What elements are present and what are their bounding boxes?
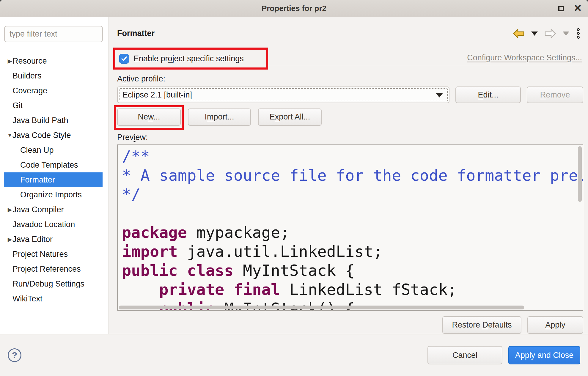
configure-workspace-settings-link[interactable]: Configure Workspace Settings... — [467, 53, 582, 62]
checkmark-icon — [120, 55, 128, 62]
code-line: */ — [122, 185, 583, 204]
tree-expanded-arrow-icon[interactable]: ▼ — [6, 132, 14, 139]
active-profile-select[interactable]: Eclipse 2.1 [built-in] — [117, 86, 449, 103]
code-line: public class MyIntStack { — [122, 261, 583, 280]
new-button[interactable]: New... — [117, 108, 181, 126]
back-button[interactable] — [512, 28, 525, 39]
sidebar-item-label: Javadoc Location — [12, 220, 75, 229]
window-controls: × — [558, 0, 581, 17]
annotation-rectangle-new: New... — [117, 108, 181, 126]
chevron-down-icon — [531, 32, 538, 36]
scrollbar-thumb[interactable] — [578, 146, 582, 202]
enable-project-settings-checkbox[interactable] — [119, 54, 129, 64]
tree-collapsed-arrow-icon[interactable]: ▶ — [6, 236, 14, 243]
sidebar: ▶ResourceBuildersCoverageGitJava Build P… — [0, 17, 109, 334]
preview-horizontal-scrollbar[interactable] — [119, 306, 574, 309]
sidebar-item-label: Java Build Path — [12, 116, 68, 125]
sidebar-item-resource[interactable]: ▶Resource — [0, 54, 109, 68]
sidebar-item-label: Formatter — [20, 175, 55, 185]
forward-history-button[interactable] — [562, 31, 570, 36]
sidebar-item-organize-imports[interactable]: Organize Imports — [0, 187, 109, 202]
dialog-body: ▶ResourceBuildersCoverageGitJava Build P… — [0, 17, 588, 334]
sidebar-item-code-templates[interactable]: Code Templates — [0, 158, 109, 172]
back-history-button[interactable] — [531, 31, 538, 36]
restore-defaults-button[interactable]: Restore Defaults — [442, 316, 521, 334]
sidebar-item-label: Run/Debug Settings — [12, 279, 84, 289]
sidebar-item-wikitext[interactable]: WikiText — [0, 291, 109, 306]
project-settings-row: Enable project specific settings Configu… — [117, 49, 583, 66]
close-icon: × — [574, 2, 581, 14]
titlebar[interactable]: Properties for pr2 × — [0, 0, 588, 17]
sidebar-item-label: Git — [12, 101, 23, 110]
tree-collapsed-arrow-icon[interactable]: ▶ — [6, 58, 14, 64]
chevron-down-icon — [563, 32, 569, 36]
help-button[interactable]: ? — [8, 348, 21, 362]
sidebar-item-coverage[interactable]: Coverage — [0, 83, 109, 98]
back-arrow-icon — [513, 29, 525, 39]
sidebar-item-label: Coverage — [12, 86, 47, 95]
sidebar-item-label: Java Compiler — [12, 205, 64, 214]
cancel-button[interactable]: Cancel — [427, 346, 502, 364]
sidebar-item-git[interactable]: Git — [0, 98, 109, 113]
annotation-rectangle-checkbox: Enable project specific settings — [113, 48, 268, 70]
code-preview: /*** A sample source file for the code f… — [117, 144, 583, 311]
sidebar-item-formatter[interactable]: Formatter — [4, 172, 103, 187]
sidebar-item-java-build-path[interactable]: Java Build Path — [0, 113, 109, 128]
sidebar-item-label: Clean Up — [20, 146, 54, 155]
sidebar-item-label: Organize Imports — [20, 190, 82, 199]
apply-and-close-button[interactable]: Apply and Close — [508, 346, 580, 364]
sidebar-item-project-natures[interactable]: Project Natures — [0, 247, 109, 262]
apply-button[interactable]: Apply — [527, 316, 583, 334]
export-all-button[interactable]: Export All... — [258, 108, 322, 126]
sidebar-item-java-compiler[interactable]: ▶Java Compiler — [0, 202, 109, 217]
code-line: package mypackage; — [122, 223, 583, 242]
active-profile-value: Eclipse 2.1 [built-in] — [122, 90, 192, 100]
preview-label: Preview: — [117, 133, 583, 142]
properties-dialog: Properties for pr2 × ▶ResourceBuildersCo… — [0, 0, 588, 376]
active-profile-label: Active profile: — [117, 74, 583, 84]
sidebar-item-java-editor[interactable]: ▶Java Editor — [0, 232, 109, 247]
sidebar-item-label: Code Templates — [20, 161, 78, 170]
help-icon: ? — [12, 350, 17, 360]
tree-collapsed-arrow-icon[interactable]: ▶ — [6, 206, 14, 213]
sidebar-item-label: Resource — [12, 56, 47, 66]
window-title: Properties for pr2 — [0, 0, 588, 17]
sidebar-item-label: WikiText — [12, 294, 43, 303]
code-line: * A sample source file for the code form… — [122, 166, 583, 185]
import-button[interactable]: Import... — [188, 108, 251, 126]
edit-button[interactable]: Edit... — [455, 86, 521, 103]
page-title: Formatter — [117, 29, 155, 38]
sidebar-item-javadoc-location[interactable]: Javadoc Location — [0, 217, 109, 232]
forward-button[interactable] — [544, 28, 557, 39]
enable-project-settings-label: Enable project specific settings — [133, 54, 244, 63]
code-line — [122, 204, 583, 223]
sidebar-item-clean-up[interactable]: Clean Up — [0, 143, 109, 158]
sidebar-item-run-debug-settings[interactable]: Run/Debug Settings — [0, 276, 109, 291]
sidebar-item-builders[interactable]: Builders — [0, 68, 109, 83]
code-line: /** — [122, 147, 583, 166]
maximize-button[interactable] — [558, 6, 564, 11]
page-actions-row: Restore Defaults Apply — [117, 316, 583, 334]
nav-icons — [512, 28, 581, 39]
sidebar-item-java-code-style[interactable]: ▼Java Code Style — [0, 128, 109, 143]
sidebar-item-project-references[interactable]: Project References — [0, 262, 109, 276]
profile-actions-row: New... Import... Export All... — [117, 108, 583, 126]
view-menu-button[interactable] — [575, 28, 581, 39]
sidebar-item-label: Builders — [12, 71, 42, 81]
profile-row: Eclipse 2.1 [built-in] Edit... Remove — [117, 86, 583, 103]
kebab-menu-icon — [576, 28, 581, 39]
close-button[interactable]: × — [574, 3, 581, 14]
code-line: import java.util.LinkedList; — [122, 242, 583, 261]
sidebar-item-label: Project Natures — [12, 250, 68, 259]
dialog-footer: ? Cancel Apply and Close — [0, 334, 588, 376]
sidebar-item-label: Java Editor — [12, 235, 53, 244]
remove-button[interactable]: Remove — [527, 86, 583, 103]
scrollbar-thumb[interactable] — [119, 306, 524, 309]
filter-input[interactable] — [4, 26, 103, 42]
forward-arrow-icon — [544, 29, 556, 39]
code-line: private final LinkedList fStack; — [122, 280, 583, 299]
header-row: Formatter — [117, 28, 583, 39]
sidebar-item-label: Project References — [12, 265, 81, 274]
preview-vertical-scrollbar[interactable] — [578, 146, 582, 304]
main-panel: Formatter — [109, 17, 588, 334]
